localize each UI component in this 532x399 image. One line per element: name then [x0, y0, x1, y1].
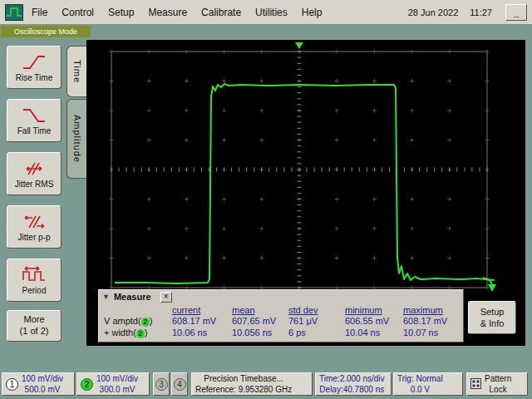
- tab-amplitude[interactable]: Amplitude: [66, 99, 86, 179]
- setup-info-line1: Setup: [480, 306, 505, 318]
- measure-row-label: + width(2): [99, 328, 172, 338]
- trigger-settings: Trig: Normal 0.0 V: [397, 373, 443, 395]
- fall-time-icon: [22, 106, 47, 125]
- channel-4-badge: 4: [174, 378, 186, 391]
- channel-badge: 2: [141, 318, 150, 327]
- column-header-stddev: std dev: [288, 305, 345, 315]
- datetime-display: 28 Jun 2022 11:27: [403, 6, 497, 19]
- timebase-settings: Precision Timebase... Reference: 9.95328…: [195, 373, 292, 395]
- channel-3-badge: 3: [155, 378, 168, 391]
- sidebar-button-label: Fall Time: [17, 126, 52, 135]
- measure-value: 608.17 mV: [172, 316, 232, 327]
- pattern-lock-line2: Lock: [485, 384, 511, 395]
- channel-2-scale: 100 mV/div: [96, 373, 138, 384]
- panel-handle-icon: ▼: [102, 293, 110, 301]
- menu-utilities[interactable]: Utilities: [255, 7, 288, 18]
- channel-1-badge: 1: [6, 378, 18, 391]
- sidebar-button-rise-time[interactable]: Rise Time: [7, 46, 62, 89]
- menu-file[interactable]: File: [32, 7, 47, 18]
- row-suffix: ): [145, 328, 148, 337]
- measure-value: 607.65 mV: [232, 316, 288, 327]
- setup-info-button[interactable]: Setup & Info: [468, 301, 516, 334]
- minimize-button[interactable]: _: [505, 4, 527, 21]
- setup-info-line2: & Info: [480, 318, 505, 329]
- measure-panel-header[interactable]: ▼ Measure ×: [99, 290, 463, 303]
- sidebar-button-label: Rise Time: [16, 73, 52, 82]
- oscilloscope-app: File Control Setup Measure Calibrate Uti…: [0, 0, 532, 399]
- menu-help[interactable]: Help: [302, 7, 323, 18]
- channel-2-settings: 100 mV/div 300.0 mV: [96, 373, 138, 395]
- timebase-title: Precision Timebase...: [195, 373, 292, 384]
- sidebar-button-label: Jitter RMS: [15, 180, 54, 189]
- trigger-mode: Trig: Normal: [397, 373, 443, 384]
- precision-timebase-button[interactable]: Precision Timebase... Reference: 9.95328…: [191, 372, 313, 396]
- measure-value: 6 ps: [288, 328, 345, 338]
- column-header-current: current: [172, 305, 232, 315]
- column-header-mean: mean: [232, 305, 288, 315]
- measure-value: 10.04 ns: [345, 328, 403, 338]
- status-bar: 1 100 mV/div 500.0 mV 2 100 mV/div 300.0…: [0, 371, 532, 399]
- pattern-lock-icon: [470, 378, 481, 391]
- close-icon[interactable]: ×: [160, 292, 172, 303]
- channel-1-scale: 100 mV/div: [22, 373, 63, 384]
- sidebar-button-label: Jitter p-p: [18, 233, 51, 242]
- channel-2-offset: 300.0 mV: [96, 384, 138, 395]
- timebase-reference: Reference: 9.953280 GHz: [195, 384, 292, 395]
- sidebar-button-jitter-pp[interactable]: Jitter p-p: [7, 205, 62, 249]
- row-name: V amptd(: [104, 316, 141, 326]
- channel-3-button[interactable]: 3: [153, 372, 170, 396]
- measure-panel: ▼ Measure × current mean std dev minimum…: [98, 289, 464, 342]
- sidebar-button-fall-time[interactable]: Fall Time: [7, 99, 62, 142]
- channel-2-badge: 2: [81, 378, 93, 391]
- scope-display: ▼ Measure × current mean std dev minimum…: [86, 40, 525, 346]
- tab-time-label: Time: [72, 60, 82, 83]
- measure-value: 761 μV: [288, 316, 345, 327]
- menu-calibrate[interactable]: Calibrate: [201, 7, 241, 18]
- pattern-lock-button[interactable]: Pattern Lock: [466, 372, 528, 396]
- time-settings: Time:2.000 ns/div Delay:40.7800 ns: [319, 373, 385, 395]
- channel-4-button[interactable]: 4: [171, 372, 188, 396]
- channel-badge: 2: [136, 329, 145, 338]
- measure-table: current mean std dev minimum maximum V a…: [99, 303, 463, 338]
- more-page-indicator: (1 of 2): [20, 326, 49, 337]
- column-spacer: [99, 305, 172, 315]
- trigger-button[interactable]: Trig: Normal 0.0 V: [393, 372, 463, 396]
- sidebar-button-label: Period: [22, 286, 47, 295]
- channel-1-button[interactable]: 1 100 mV/div 500.0 mV: [2, 372, 75, 396]
- menu-control[interactable]: Control: [62, 7, 94, 18]
- rise-time-icon: [22, 53, 47, 71]
- pattern-lock-line1: Pattern: [485, 373, 511, 384]
- channel-2-button[interactable]: 2 100 mV/div 300.0 mV: [76, 372, 150, 396]
- measure-value: 10.056 ns: [232, 328, 288, 338]
- tab-amplitude-label: Amplitude: [72, 115, 82, 163]
- sidebar-button-period[interactable]: Period: [7, 259, 62, 302]
- more-label: More: [23, 314, 44, 326]
- measure-row-label: V amptd(2): [99, 316, 172, 327]
- jitter-pp-icon: [22, 213, 47, 231]
- pattern-lock-label: Pattern Lock: [485, 373, 511, 395]
- tab-time[interactable]: Time: [66, 46, 86, 97]
- menu-bar: File Control Setup Measure Calibrate Uti…: [0, 0, 532, 25]
- measure-value: 10.07 ns: [403, 328, 465, 338]
- row-name: + width(: [104, 328, 136, 337]
- measure-value: 606.55 mV: [345, 316, 403, 327]
- time-scale-button[interactable]: Time:2.000 ns/div Delay:40.7800 ns: [315, 372, 392, 396]
- column-header-minimum: minimum: [345, 305, 403, 315]
- mode-label: Oscilloscope Mode: [1, 26, 91, 37]
- trigger-marker-icon[interactable]: [295, 42, 303, 49]
- trigger-level: 0.0 V: [397, 384, 443, 395]
- app-scope-icon: [5, 4, 23, 21]
- measure-value: 608.17 mV: [403, 316, 465, 327]
- menu-setup[interactable]: Setup: [108, 7, 134, 18]
- grid-ticks-icon: [111, 52, 487, 288]
- more-button[interactable]: More (1 of 2): [7, 310, 62, 342]
- channel-1-settings: 100 mV/div 500.0 mV: [22, 373, 63, 395]
- waveform-trace: [115, 84, 495, 283]
- measure-value: 10.06 ns: [172, 328, 232, 338]
- period-icon: [22, 266, 47, 284]
- menu-measure[interactable]: Measure: [148, 7, 187, 18]
- time-per-div: Time:2.000 ns/div: [319, 373, 385, 384]
- time-text: 11:27: [470, 7, 492, 17]
- channel-1-offset: 500.0 mV: [22, 384, 63, 395]
- sidebar-button-jitter-rms[interactable]: Jitter RMS: [7, 152, 62, 195]
